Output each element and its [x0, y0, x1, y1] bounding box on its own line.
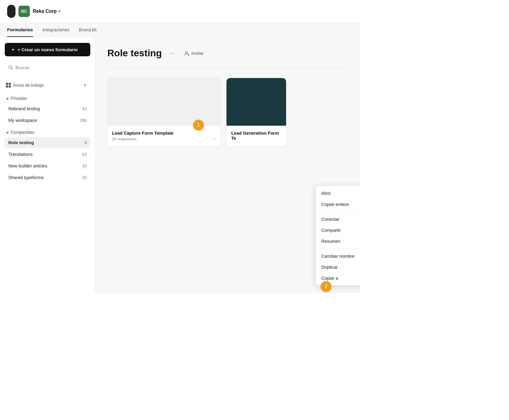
forms-grid: Lead Capture Form Template 26 respuestas…: [107, 78, 348, 147]
form-card-preview-dark: [226, 78, 286, 126]
add-workspace-button[interactable]: +: [81, 81, 89, 89]
search-icon: [8, 65, 13, 70]
tab-forms[interactable]: Formularios: [7, 23, 33, 37]
search-bar[interactable]: Buscar: [5, 62, 90, 73]
divider: [107, 68, 348, 69]
tab-integrations[interactable]: Integraciones: [43, 23, 69, 37]
context-menu-open[interactable]: Abrir: [316, 188, 360, 199]
more-options-button[interactable]: ···: [167, 49, 176, 57]
svg-line-1: [12, 69, 13, 69]
context-menu-copy-to[interactable]: Copiar a ›: [316, 273, 360, 284]
triangle-up-icon: [6, 97, 9, 99]
form-card-lead-capture: Lead Capture Form Template 26 respuestas…: [107, 78, 221, 147]
badge-1: 1: [193, 120, 204, 130]
form-card-body: Lead Capture Form Template 26 respuestas: [107, 126, 221, 146]
sidebar-item-myworkspace[interactable]: My workspace 266: [5, 115, 90, 126]
shared-group-label[interactable]: Compartidas: [5, 128, 90, 136]
plus-icon: ＋: [11, 47, 15, 52]
context-menu-copy-link[interactable]: Copiar enlace: [316, 199, 360, 210]
sidebar-item-translations[interactable]: Translations 63: [5, 149, 90, 160]
content-header: Role testing ··· Invitar: [107, 48, 348, 59]
page-title: Role testing: [107, 48, 162, 59]
form-card-lead-generation: Lead Generation Form Te: [226, 78, 286, 147]
triangle-up-icon: [6, 131, 9, 133]
workspaces-label: Áreas de trabajo: [6, 83, 44, 88]
invite-button[interactable]: Invitar: [181, 49, 207, 58]
nav-tabs: Formularios Integraciones Brand kit: [0, 23, 360, 37]
header: RC Reka Corp ▾: [0, 0, 360, 23]
sidebar-item-roletesting[interactable]: Role testing 3: [5, 137, 90, 148]
context-menu-duplicate[interactable]: Duplicar: [316, 262, 360, 273]
form-card-more-button[interactable]: ···: [212, 136, 216, 142]
app-logo: [7, 5, 15, 18]
sidebar: ＋ + Crear un nuevo formulario Buscar Áre…: [0, 37, 95, 293]
context-menu-connect[interactable]: Conectar: [316, 214, 360, 225]
workspaces-section-header: Áreas de trabajo +: [5, 79, 90, 92]
org-avatar: RC: [18, 6, 30, 17]
grid-icon: [6, 83, 11, 88]
form-card-meta: 26 respuestas: [112, 137, 216, 141]
main-layout: ＋ + Crear un nuevo formulario Buscar Áre…: [0, 37, 360, 293]
form-card-body-2: Lead Generation Form Te: [226, 126, 286, 147]
context-menu: Abrir Copiar enlace Conectar Compartir R…: [316, 186, 360, 285]
context-menu-rename[interactable]: Cambiar nombre: [316, 251, 360, 262]
context-menu-section-2: Conectar Compartir Resumen: [316, 212, 360, 249]
sidebar-item-newbuilder[interactable]: New builder articles 33: [5, 160, 90, 171]
context-menu-share[interactable]: Compartir: [316, 225, 360, 236]
form-card-title: Lead Capture Form Template: [112, 130, 216, 136]
private-group-label[interactable]: Privadas: [5, 94, 90, 102]
form-card-preview: [107, 78, 221, 126]
form-card-title-2: Lead Generation Form Te: [231, 130, 281, 141]
badge-2: 2: [321, 281, 331, 292]
sidebar-item-sharedtypeforms[interactable]: Shared typeforms 30: [5, 172, 90, 183]
content-area: Role testing ··· Invitar Lead Capture Fo: [95, 37, 360, 293]
sidebar-item-rebrand[interactable]: Rebrand testing 43: [5, 103, 90, 114]
org-name-button[interactable]: Reka Corp ▾: [33, 9, 60, 14]
context-menu-section-3: Cambiar nombre Duplicar Copiar a ›: [316, 249, 360, 285]
context-menu-summary[interactable]: Resumen: [316, 236, 360, 247]
tab-brand[interactable]: Brand kit: [79, 23, 97, 37]
invite-icon: [184, 51, 190, 56]
create-form-button[interactable]: ＋ + Crear un nuevo formulario: [5, 43, 90, 56]
context-menu-section-1: Abrir Copiar enlace: [316, 186, 360, 212]
chevron-down-icon: ▾: [58, 9, 60, 13]
